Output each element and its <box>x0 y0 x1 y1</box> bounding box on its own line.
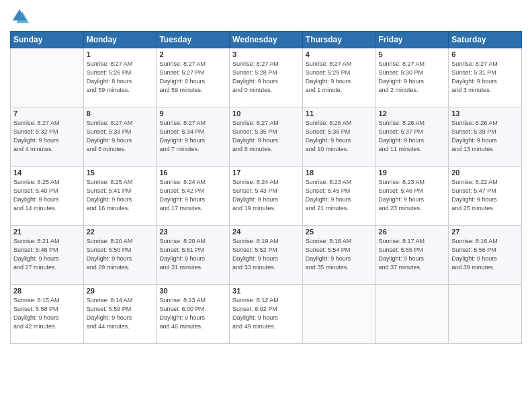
day-number: 4 <box>306 50 373 58</box>
week-row-4: 28Sunrise: 8:15 AMSunset: 5:58 PMDayligh… <box>11 285 522 344</box>
day-number: 10 <box>232 109 300 118</box>
calendar-cell: 15Sunrise: 8:25 AMSunset: 5:41 PMDayligh… <box>83 167 157 226</box>
page: SundayMondayTuesdayWednesdayThursdayFrid… <box>0 0 532 411</box>
calendar-cell: 17Sunrise: 8:24 AMSunset: 5:43 PMDayligh… <box>230 167 303 226</box>
calendar-cell <box>375 285 449 344</box>
week-row-1: 7Sunrise: 8:27 AMSunset: 5:32 PMDaylight… <box>11 107 522 167</box>
day-info: Sunrise: 8:25 AMSunset: 5:40 PMDaylight:… <box>13 178 81 213</box>
weekday-header-wednesday: Wednesday <box>230 32 303 48</box>
calendar-cell: 9Sunrise: 8:27 AMSunset: 5:34 PMDaylight… <box>157 107 230 167</box>
day-number: 1 <box>87 50 154 58</box>
day-number: 29 <box>87 287 154 295</box>
day-number: 22 <box>87 228 154 236</box>
weekday-header-tuesday: Tuesday <box>157 32 230 48</box>
day-info: Sunrise: 8:12 AMSunset: 6:02 PMDaylight:… <box>232 296 300 331</box>
weekday-header-friday: Friday <box>375 32 449 48</box>
calendar-cell: 11Sunrise: 8:26 AMSunset: 5:36 PMDayligh… <box>302 107 375 167</box>
calendar-cell: 18Sunrise: 8:23 AMSunset: 5:45 PMDayligh… <box>302 167 375 226</box>
day-info: Sunrise: 8:13 AMSunset: 6:00 PMDaylight:… <box>159 296 226 331</box>
calendar-cell: 14Sunrise: 8:25 AMSunset: 5:40 PMDayligh… <box>11 167 84 226</box>
day-info: Sunrise: 8:24 AMSunset: 5:42 PMDaylight:… <box>159 178 226 213</box>
calendar-cell: 24Sunrise: 8:19 AMSunset: 5:52 PMDayligh… <box>230 226 303 285</box>
day-number: 12 <box>379 109 446 118</box>
day-number: 18 <box>306 169 373 177</box>
calendar-table: SundayMondayTuesdayWednesdayThursdayFrid… <box>10 31 522 344</box>
day-info: Sunrise: 8:24 AMSunset: 5:43 PMDaylight:… <box>232 178 300 213</box>
calendar-cell: 29Sunrise: 8:14 AMSunset: 5:59 PMDayligh… <box>83 285 157 344</box>
day-number: 26 <box>379 228 446 236</box>
day-number: 25 <box>306 228 373 236</box>
day-number: 21 <box>13 228 81 236</box>
calendar-cell: 8Sunrise: 8:27 AMSunset: 5:33 PMDaylight… <box>83 107 157 167</box>
day-number: 6 <box>451 50 519 58</box>
calendar-cell: 23Sunrise: 8:20 AMSunset: 5:51 PMDayligh… <box>157 226 230 285</box>
day-number: 16 <box>159 169 226 177</box>
day-info: Sunrise: 8:21 AMSunset: 5:48 PMDaylight:… <box>13 237 81 272</box>
calendar-cell <box>449 285 522 344</box>
day-info: Sunrise: 8:18 AMSunset: 5:54 PMDaylight:… <box>306 237 373 272</box>
calendar-cell: 31Sunrise: 8:12 AMSunset: 6:02 PMDayligh… <box>230 285 303 344</box>
logo <box>10 7 32 26</box>
day-info: Sunrise: 8:14 AMSunset: 5:59 PMDaylight:… <box>87 296 154 331</box>
header <box>10 7 522 26</box>
day-number: 20 <box>451 169 519 177</box>
calendar-cell: 19Sunrise: 8:23 AMSunset: 5:46 PMDayligh… <box>375 167 449 226</box>
day-info: Sunrise: 8:27 AMSunset: 5:33 PMDaylight:… <box>87 119 154 154</box>
logo-icon <box>10 7 29 26</box>
day-info: Sunrise: 8:27 AMSunset: 5:31 PMDaylight:… <box>451 60 519 95</box>
day-info: Sunrise: 8:23 AMSunset: 5:46 PMDaylight:… <box>379 178 446 213</box>
calendar-cell <box>11 48 84 107</box>
day-info: Sunrise: 8:27 AMSunset: 5:30 PMDaylight:… <box>379 60 446 95</box>
day-number: 15 <box>87 169 154 177</box>
day-info: Sunrise: 8:17 AMSunset: 5:55 PMDaylight:… <box>379 237 446 272</box>
day-number: 19 <box>379 169 446 177</box>
calendar-cell: 21Sunrise: 8:21 AMSunset: 5:48 PMDayligh… <box>11 226 84 285</box>
day-info: Sunrise: 8:27 AMSunset: 5:28 PMDaylight:… <box>232 60 300 95</box>
calendar-cell: 10Sunrise: 8:27 AMSunset: 5:35 PMDayligh… <box>230 107 303 167</box>
day-info: Sunrise: 8:19 AMSunset: 5:52 PMDaylight:… <box>232 237 300 272</box>
calendar-cell: 28Sunrise: 8:15 AMSunset: 5:58 PMDayligh… <box>11 285 84 344</box>
calendar-cell: 26Sunrise: 8:17 AMSunset: 5:55 PMDayligh… <box>375 226 449 285</box>
weekday-header-row: SundayMondayTuesdayWednesdayThursdayFrid… <box>11 32 522 48</box>
calendar-cell: 5Sunrise: 8:27 AMSunset: 5:30 PMDaylight… <box>375 48 449 107</box>
day-number: 8 <box>87 109 154 118</box>
day-number: 13 <box>451 109 519 118</box>
day-number: 23 <box>159 228 226 236</box>
calendar-cell: 13Sunrise: 8:26 AMSunset: 5:39 PMDayligh… <box>449 107 522 167</box>
day-number: 14 <box>13 169 81 177</box>
calendar-cell: 12Sunrise: 8:26 AMSunset: 5:37 PMDayligh… <box>375 107 449 167</box>
day-number: 3 <box>232 50 300 58</box>
day-info: Sunrise: 8:20 AMSunset: 5:51 PMDaylight:… <box>159 237 226 272</box>
day-number: 28 <box>13 287 81 295</box>
day-info: Sunrise: 8:26 AMSunset: 5:39 PMDaylight:… <box>451 119 519 154</box>
calendar-cell <box>302 285 375 344</box>
day-number: 5 <box>379 50 446 58</box>
day-info: Sunrise: 8:27 AMSunset: 5:35 PMDaylight:… <box>232 119 300 154</box>
week-row-0: 1Sunrise: 8:27 AMSunset: 5:26 PMDaylight… <box>11 48 522 107</box>
calendar-cell: 20Sunrise: 8:22 AMSunset: 5:47 PMDayligh… <box>449 167 522 226</box>
day-info: Sunrise: 8:20 AMSunset: 5:50 PMDaylight:… <box>87 237 154 272</box>
day-info: Sunrise: 8:23 AMSunset: 5:45 PMDaylight:… <box>306 178 373 213</box>
day-number: 11 <box>306 109 373 118</box>
day-info: Sunrise: 8:26 AMSunset: 5:37 PMDaylight:… <box>379 119 446 154</box>
day-info: Sunrise: 8:27 AMSunset: 5:29 PMDaylight:… <box>306 60 373 95</box>
weekday-header-thursday: Thursday <box>302 32 375 48</box>
day-info: Sunrise: 8:27 AMSunset: 5:27 PMDaylight:… <box>159 60 226 95</box>
day-number: 31 <box>232 287 300 295</box>
calendar-cell: 4Sunrise: 8:27 AMSunset: 5:29 PMDaylight… <box>302 48 375 107</box>
day-info: Sunrise: 8:25 AMSunset: 5:41 PMDaylight:… <box>87 178 154 213</box>
day-number: 9 <box>159 109 226 118</box>
calendar-cell: 16Sunrise: 8:24 AMSunset: 5:42 PMDayligh… <box>157 167 230 226</box>
calendar-cell: 3Sunrise: 8:27 AMSunset: 5:28 PMDaylight… <box>230 48 303 107</box>
calendar-cell: 6Sunrise: 8:27 AMSunset: 5:31 PMDaylight… <box>449 48 522 107</box>
day-info: Sunrise: 8:16 AMSunset: 5:56 PMDaylight:… <box>451 237 519 272</box>
day-number: 27 <box>451 228 519 236</box>
calendar-cell: 7Sunrise: 8:27 AMSunset: 5:32 PMDaylight… <box>11 107 84 167</box>
day-info: Sunrise: 8:27 AMSunset: 5:32 PMDaylight:… <box>13 119 81 154</box>
week-row-3: 21Sunrise: 8:21 AMSunset: 5:48 PMDayligh… <box>11 226 522 285</box>
day-number: 30 <box>159 287 226 295</box>
weekday-header-monday: Monday <box>83 32 157 48</box>
weekday-header-sunday: Sunday <box>11 32 84 48</box>
day-number: 24 <box>232 228 300 236</box>
weekday-header-saturday: Saturday <box>449 32 522 48</box>
